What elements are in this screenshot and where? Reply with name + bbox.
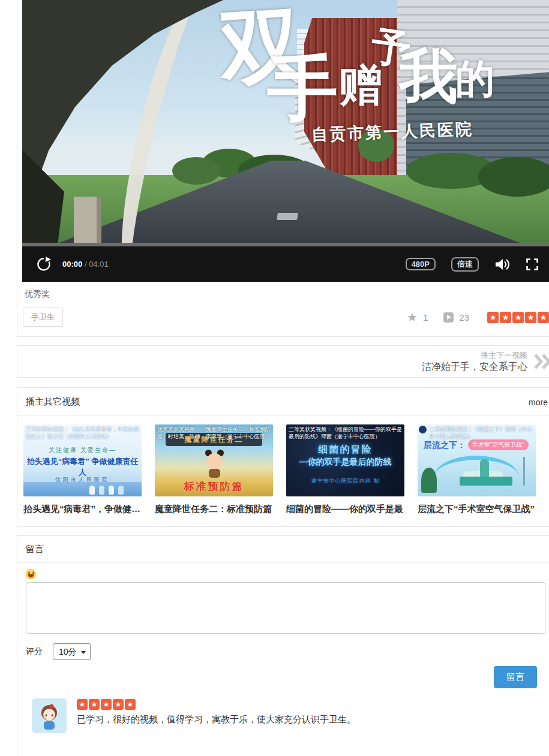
poster-character [206, 453, 223, 469]
favorite-count: 1 [423, 312, 428, 323]
poster-figures [23, 482, 142, 496]
player-controls: 00:00 / 04:01 480P 倍速 [22, 243, 549, 282]
avatar [32, 698, 67, 733]
score-label: 评分 [26, 646, 43, 657]
section-title: 播主其它视频 [26, 396, 80, 408]
current-time: 00:00 [62, 260, 82, 269]
video-list-item[interactable]: 三等奖获奖视频：《细菌的冒险——你的双手是最后的防线》邓茜（遂宁市中心医院） 细… [286, 424, 404, 515]
thumbnail-caption: 三等奖获奖视频：《细菌的冒险——你的双手是最后的防线》邓茜（遂宁市中心医院） [289, 426, 403, 440]
rating-star-icon: ★ [525, 312, 536, 323]
poster-equipment [523, 457, 525, 486]
progress-bar[interactable] [22, 243, 549, 246]
poster-character [209, 469, 220, 478]
thumbnail-caption: 二等奖获奖视频：《层流之下》黎慧（中山市小榄人民医院） [420, 426, 534, 440]
video-title-char: 我 [399, 47, 458, 106]
video-player: 双 手 赠 予 我 的 自贡市第一人民医院 00:00 / 04:01 480P… [22, 0, 549, 282]
video-road-mark [277, 213, 298, 220]
time-separator: / [85, 260, 87, 269]
award-label: 优秀奖 [25, 289, 549, 300]
comments-title: 留言 [17, 536, 549, 563]
video-thumbnail[interactable]: 三等奖获奖视频：《抬头遇见病毒君，争做健康责任人》张少莲（信阳市人民医院） 关注… [23, 424, 142, 496]
comment-input[interactable] [26, 582, 545, 634]
score-select-wrap: 10分 [43, 643, 91, 660]
rating-star-icon: ★ [101, 699, 112, 710]
poster-subtitle: —你的双手是最后的防线 [286, 457, 404, 468]
thumbnail-caption: 三等奖获奖视频：《抬头遇见病毒君，争做健康责任人》张少莲（信阳市人民医院） [26, 426, 140, 440]
play-count-icon [443, 312, 454, 323]
video-item-title[interactable]: 魔童降世任务二：标准预防篇 [155, 504, 273, 515]
double-chevron-icon[interactable] [533, 353, 549, 370]
poster-title: 层流之下： [424, 440, 466, 451]
poster-surgeon [480, 459, 489, 477]
volume-icon[interactable] [494, 258, 511, 271]
rating-star-icon: ★ [538, 312, 549, 323]
time-display: 00:00 / 04:01 [62, 260, 109, 269]
next-video-title: 洁净始于手，安全系于心 [422, 360, 527, 374]
speed-button[interactable]: 倍速 [451, 257, 479, 272]
poster-tagline: 关注健康 关爱生命— [23, 446, 142, 454]
comment-item: ★ ★ ★ ★ ★ 已学习，很好的视频，值得学习，寓教于乐，使大家充分认识手卫生… [26, 698, 548, 733]
poster-logo [419, 426, 427, 433]
video-item-title[interactable]: 细菌的冒险——你的双手是最… [286, 504, 404, 515]
poster-badge: 手术室“空气保卫战” [468, 439, 529, 450]
fullscreen-icon[interactable] [526, 258, 538, 270]
video-bush [478, 157, 549, 197]
next-video-card[interactable]: 播主下一视频 洁净始于手，安全系于心 [17, 345, 549, 378]
video-title-char: 的 [455, 59, 495, 98]
rating-star-icon: ★ [89, 699, 100, 710]
tag-button[interactable]: 手卫生 [23, 308, 63, 327]
quality-button[interactable]: 480P [406, 258, 436, 270]
video-item-title[interactable]: 层流之下“手术室空气保卫战” [418, 504, 536, 515]
poster-table [460, 477, 512, 486]
more-link[interactable]: more [529, 397, 548, 407]
video-rating: ★ ★ ★ ★ ★ [487, 312, 549, 323]
video-thumbnail[interactable]: 二等奖获奖视频：《层流之下》黎慧（中山市小榄人民医院） 层流之下： 手术室“空气… [418, 424, 536, 496]
rating-star-icon: ★ [125, 699, 136, 710]
rating-star-icon: ★ [113, 699, 124, 710]
poster-org: 遂宁市中心医院院内科 制 [286, 477, 404, 485]
video-card: 双 手 赠 予 我 的 自贡市第一人民医院 00:00 / 04:01 480P… [17, 0, 549, 337]
poster-title: 抬头遇见“病毒君” 争做健康责任人 [23, 456, 142, 478]
video-item-title[interactable]: 抬头遇见“病毒君”，争做健… [23, 504, 142, 515]
emoji-picker-icon[interactable] [26, 569, 36, 579]
other-videos-card: 播主其它视频 more 三等奖获奖视频：《抬头遇见病毒君，争做健康责任人》张少莲… [17, 387, 549, 527]
rating-star-icon: ★ [512, 312, 524, 323]
replay-icon[interactable] [35, 256, 52, 272]
favorite-star-icon[interactable]: ★ [407, 311, 418, 323]
duration: 04:01 [89, 260, 109, 269]
video-list-item[interactable]: 二等奖获奖视频：《层流之下》黎慧（中山市小榄人民医院） 层流之下： 手术室“空气… [418, 424, 536, 515]
comments-card: 留言 评分 10分 留言 [17, 535, 549, 756]
video-stats: ★ 1 23 ★ ★ ★ ★ ★ [407, 311, 549, 323]
video-list-item[interactable]: 魔童降世任务二 优秀奖获奖视频：《魔童降世任务二：标准预防篇》时培英、陈峥、李李… [155, 424, 273, 515]
video-frame[interactable]: 双 手 赠 予 我 的 自贡市第一人民医院 [22, 0, 549, 243]
thumbnail-caption: 优秀奖获奖视频：《魔童降世任务二：标准预防篇》时培英、陈峥、李李等（遂宁市中心医… [157, 426, 271, 440]
video-thumbnail[interactable]: 三等奖获奖视频：《细菌的冒险——你的双手是最后的防线》邓茜（遂宁市中心医院） 细… [286, 424, 404, 496]
poster-footer: 标准预防篇 [155, 480, 273, 493]
video-list-item[interactable]: 三等奖获奖视频：《抬头遇见病毒君，争做健康责任人》张少莲（信阳市人民医院） 关注… [23, 424, 142, 515]
score-select[interactable]: 10分 [53, 643, 91, 660]
comment-text: 已学习，很好的视频，值得学习，寓教于乐，使大家充分认识手卫生。 [77, 714, 356, 725]
rating-star-icon: ★ [500, 312, 511, 323]
play-count: 23 [459, 312, 469, 323]
comment-rating: ★ ★ ★ ★ ★ [77, 699, 356, 710]
video-title-char: 手 [267, 53, 338, 124]
rating-star-icon: ★ [77, 699, 88, 710]
video-pillar [74, 197, 101, 243]
poster-title: 细菌的冒险 [286, 444, 404, 456]
rating-star-icon: ★ [487, 312, 499, 323]
video-list: 三等奖获奖视频：《抬头遇见病毒君，争做健康责任人》张少莲（信阳市人民医院） 关注… [17, 416, 549, 526]
video-title-char: 赠 [339, 64, 382, 107]
video-thumbnail[interactable]: 魔童降世任务二 优秀奖获奖视频：《魔童降世任务二：标准预防篇》时培英、陈峥、李李… [155, 424, 273, 496]
poster-plant [421, 468, 437, 493]
next-video-label: 播主下一视频 [422, 350, 527, 360]
submit-comment-button[interactable]: 留言 [494, 666, 537, 688]
